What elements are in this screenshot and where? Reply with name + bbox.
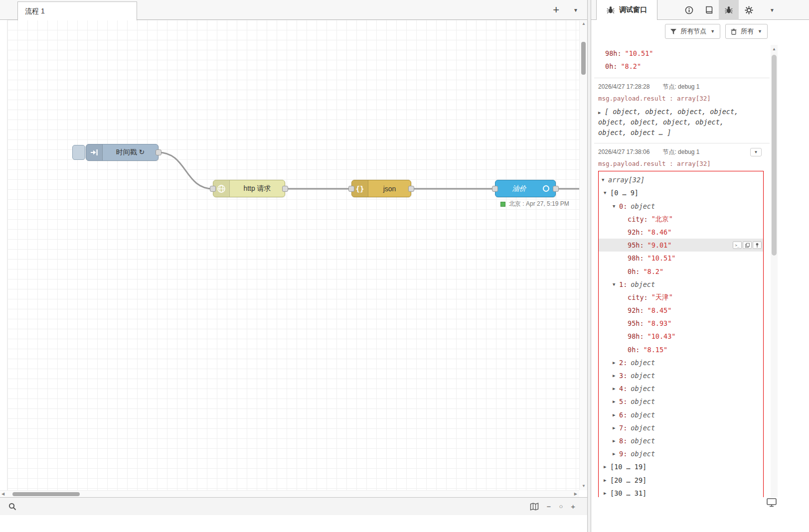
copy-value-button[interactable] bbox=[743, 242, 752, 249]
inject-output-port[interactable] bbox=[156, 149, 162, 155]
debug-tree-row[interactable]: ▶7:object bbox=[599, 421, 763, 434]
message-preview[interactable]: ▶[ object, object, object, object, objec… bbox=[598, 107, 749, 138]
debug-tree-row[interactable]: ▶[20 … 29] bbox=[599, 473, 763, 486]
debug-message[interactable]: 2026/4/27 17:28:28 节点: debug 1 msg.paylo… bbox=[594, 78, 770, 143]
http-input-port[interactable] bbox=[210, 186, 216, 192]
debug-tree-row[interactable]: ▼0:object bbox=[599, 200, 763, 213]
zoom-out-button[interactable]: − bbox=[547, 503, 551, 510]
zoom-in-button[interactable]: + bbox=[571, 503, 575, 510]
settings-tab-button[interactable] bbox=[739, 0, 759, 20]
debug-tree-row[interactable]: ▶6:object bbox=[599, 408, 763, 421]
debug-tree-row[interactable]: 92h:"8.46" bbox=[599, 226, 763, 239]
collapse-icon[interactable]: ▼ bbox=[613, 204, 619, 209]
json-input-port[interactable] bbox=[348, 186, 354, 192]
copy-path-button[interactable]: >_ bbox=[733, 242, 742, 249]
debug-tree-row[interactable]: ▶3:object bbox=[599, 369, 763, 382]
debug-tree-row[interactable]: 95h:"8.93" bbox=[599, 317, 763, 330]
debug-message-tail[interactable]: 98h:"10.51"0h:"8.2" bbox=[594, 45, 770, 78]
expand-icon[interactable]: ▶ bbox=[613, 451, 619, 456]
flow-canvas[interactable]: 时间戳 ↻ http 请求 {} bbox=[0, 20, 579, 490]
info-tab-button[interactable] bbox=[679, 0, 699, 20]
link-output-port[interactable] bbox=[553, 186, 559, 192]
collapse-icon[interactable]: ▼ bbox=[604, 190, 610, 195]
debug-scrollbar[interactable]: ▲ bbox=[771, 45, 778, 497]
add-flow-button[interactable]: + bbox=[553, 4, 559, 15]
inject-trigger-button[interactable] bbox=[72, 145, 85, 160]
canvas-vscroll-thumb[interactable] bbox=[581, 42, 586, 75]
debug-tree-row[interactable]: 0h:"8.15" bbox=[599, 343, 763, 356]
debug-tree-row[interactable]: ▼1:object bbox=[599, 278, 763, 291]
expand-icon[interactable]: ▶ bbox=[604, 478, 610, 483]
debug-message[interactable]: 2026/4/27 17:38:06 节点: debug 1 ▼ msg.pay… bbox=[594, 143, 770, 497]
collapse-icon[interactable]: ▼ bbox=[613, 282, 619, 287]
message-menu-button[interactable]: ▼ bbox=[750, 148, 762, 156]
debug-sidebar-title: 调试窗口 bbox=[619, 5, 647, 14]
open-debug-window-button[interactable] bbox=[767, 498, 777, 507]
scroll-down-icon[interactable]: ▼ bbox=[582, 484, 586, 488]
row-tools: >_ bbox=[733, 242, 762, 249]
debug-tree-row[interactable]: city:"北京" bbox=[599, 213, 763, 226]
expand-icon[interactable]: ▶ bbox=[613, 438, 619, 443]
link-call-node[interactable]: 油价 bbox=[495, 180, 556, 197]
expand-icon[interactable]: ▶ bbox=[613, 373, 619, 378]
tree-type-label: object bbox=[631, 437, 655, 445]
json-node[interactable]: {} json bbox=[351, 180, 411, 197]
scroll-up-icon[interactable]: ▲ bbox=[582, 21, 586, 26]
debug-tree-row[interactable]: ▶[10 … 19] bbox=[599, 460, 763, 473]
expand-icon[interactable]: ▶ bbox=[613, 399, 619, 404]
debug-sidebar-tab[interactable]: 调试窗口 bbox=[596, 0, 657, 20]
http-request-node[interactable]: http 请求 bbox=[213, 180, 285, 197]
debug-tree-row[interactable]: 0h:"8.2" bbox=[599, 265, 763, 277]
link-input-port[interactable] bbox=[492, 186, 498, 192]
debug-tree-row[interactable]: 92h:"8.45" bbox=[599, 304, 763, 317]
trash-icon bbox=[731, 28, 737, 35]
debug-tree-row[interactable]: ▶9:object bbox=[599, 447, 763, 460]
debug-tree-row[interactable]: ▶8:object bbox=[599, 434, 763, 447]
filter-nodes-button[interactable]: 所有节点 ▼ bbox=[665, 24, 720, 39]
sidebar-menu-button[interactable]: ▼ bbox=[766, 0, 779, 20]
debug-messages[interactable]: 98h:"10.51"0h:"8.2" 2026/4/27 17:28:28 节… bbox=[594, 45, 770, 497]
flow-tab[interactable]: 流程 1 bbox=[17, 1, 137, 20]
pin-button[interactable] bbox=[753, 242, 762, 249]
debug-tree-row[interactable]: 98h:"10.51" bbox=[599, 252, 763, 265]
json-output-port[interactable] bbox=[408, 186, 414, 192]
expand-icon[interactable]: ▶ bbox=[598, 110, 605, 117]
debug-tree-row[interactable]: ▼array[32] bbox=[599, 173, 763, 186]
search-icon[interactable] bbox=[8, 502, 17, 511]
debug-tree-row[interactable]: ▶4:object bbox=[599, 382, 763, 395]
collapse-icon[interactable]: ▼ bbox=[602, 177, 608, 182]
debug-tree-row[interactable]: 0h:"8.2" bbox=[598, 60, 770, 73]
debug-tab-button[interactable] bbox=[719, 0, 739, 20]
expand-icon[interactable]: ▶ bbox=[613, 360, 619, 365]
message-timestamp: 2026/4/27 17:28:28 bbox=[598, 83, 649, 90]
debug-tree-row[interactable]: 98h:"10.43" bbox=[599, 330, 763, 343]
canvas-hscrollbar[interactable]: ◀ ▶ bbox=[0, 490, 579, 497]
sidebar-resize-handle[interactable] bbox=[587, 0, 591, 532]
debug-tree-row[interactable]: ▶2:object bbox=[599, 356, 763, 369]
clear-messages-button[interactable]: 所有 ▼ bbox=[725, 24, 768, 39]
canvas-vscrollbar[interactable]: ▲ ▼ bbox=[579, 20, 587, 490]
debug-tree-row[interactable]: city:"天津" bbox=[599, 291, 763, 304]
expand-icon[interactable]: ▶ bbox=[604, 491, 610, 496]
debug-tree-row[interactable]: ▶5:object bbox=[599, 395, 763, 408]
expand-icon[interactable]: ▶ bbox=[613, 386, 619, 391]
debug-tree-row[interactable]: ▼[0 … 9] bbox=[599, 186, 763, 199]
zoom-reset-button[interactable]: ○ bbox=[559, 503, 563, 510]
scroll-left-icon[interactable]: ◀ bbox=[1, 492, 4, 496]
expand-icon[interactable]: ▶ bbox=[604, 464, 610, 469]
debug-tree-row[interactable]: 98h:"10.51" bbox=[598, 47, 770, 60]
expand-icon[interactable]: ▶ bbox=[613, 412, 619, 417]
debug-tree-row[interactable]: 95h:"9.01">_ bbox=[599, 239, 763, 252]
navigator-icon[interactable] bbox=[530, 503, 539, 511]
canvas-hscroll-thumb[interactable] bbox=[12, 492, 80, 496]
help-tab-button[interactable] bbox=[699, 0, 719, 20]
debug-scroll-thumb[interactable] bbox=[772, 55, 777, 256]
debug-tree-row[interactable]: ▶[30 … 31] bbox=[599, 487, 763, 497]
tree-key: 98h: bbox=[605, 49, 622, 57]
inject-node[interactable]: 时间戳 ↻ bbox=[86, 144, 159, 161]
http-output-port[interactable] bbox=[282, 186, 288, 192]
expand-icon[interactable]: ▶ bbox=[613, 425, 619, 430]
scroll-right-icon[interactable]: ▶ bbox=[574, 492, 577, 496]
flow-list-menu-button[interactable]: ▼ bbox=[573, 7, 578, 13]
scroll-up-icon[interactable]: ▲ bbox=[771, 47, 778, 51]
